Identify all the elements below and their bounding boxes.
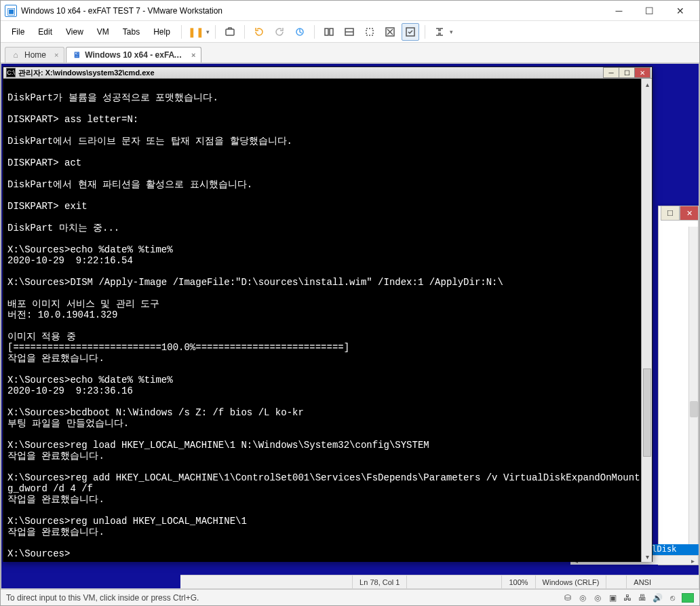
tab-vm[interactable]: 🖥 Windows 10 x64 - exFAT T... × (66, 47, 201, 62)
vmware-statusbar: To direct input to this VM, click inside… (1, 589, 699, 605)
scrollbar-thumb[interactable] (643, 368, 651, 457)
home-icon: ⌂ (11, 50, 20, 60)
menu-view[interactable]: View (60, 24, 89, 39)
unity-dropdown[interactable]: ▾ (450, 29, 453, 35)
pause-icon[interactable]: ❚❚ (187, 23, 205, 41)
notepad-statusbar: Ln 78, Col 1 100% Windows (CRLF) ANSI (180, 575, 699, 588)
snapshot-take-icon[interactable] (271, 23, 288, 41)
snapshot-manage-icon[interactable] (291, 23, 309, 41)
close-button[interactable]: ✕ (665, 1, 695, 20)
cmd-maximize-button[interactable]: ☐ (619, 67, 635, 78)
guest-display[interactable]: ☐ ✕ alDisk ////// ◂ ▸ Ln 78, Col 1 100% … (1, 63, 699, 589)
cmd-line: X:\Sources>reg load HKEY_LOCAL_MACHINE\1… (7, 440, 637, 451)
cmd-line: X:\Sources>bcdboot N:\Windows /s Z: /f b… (7, 407, 637, 418)
snapshot-icon[interactable] (221, 23, 239, 41)
usb-icon[interactable]: ⎋ (667, 592, 678, 603)
cmd-line: 작업을 완료했습니다. (7, 451, 637, 461)
view-console-icon[interactable] (341, 23, 358, 41)
cmd-line: X:\Sources> (7, 548, 637, 559)
svg-rect-3 (330, 29, 333, 35)
cmd-line: [==========================100.0%=======… (7, 342, 637, 353)
tab-label: Home (24, 50, 46, 60)
status-tray: ⛁ ◎ ◎ ▣ 🖧 🖶 🔊 ⎋ (562, 592, 694, 603)
notepad-selected-text: alDisk (645, 544, 699, 555)
status-position: Ln 78, Col 1 (352, 575, 406, 588)
cmd-line: X:\Sources>reg unload HKEY_LOCAL_MACHINE… (7, 516, 637, 527)
network-icon[interactable]: 🖧 (622, 592, 633, 603)
cmd-line (7, 320, 637, 331)
tab-label: Windows 10 x64 - exFAT T... (85, 50, 183, 60)
tab-close-icon[interactable]: × (191, 51, 195, 59)
vmware-app-icon: ▣ (5, 5, 17, 17)
stretch-icon[interactable] (381, 23, 399, 41)
cmd-line: DISKPART> exit (7, 201, 637, 212)
vm-running-icon[interactable] (682, 593, 694, 603)
cmd-output[interactable]: DiskPart가 볼륨을 성공적으로 포맷했습니다. DISKPART> as… (3, 79, 641, 562)
cmd-line (7, 233, 637, 244)
scroll-right-icon[interactable]: ▸ (687, 556, 698, 565)
cmd-minimize-button[interactable]: ─ (603, 67, 619, 78)
cmd-line (7, 537, 637, 548)
cmd-line: X:\Sources>echo %date% %time% (7, 375, 637, 385)
sound-icon[interactable]: 🔊 (652, 592, 663, 603)
separator (244, 25, 245, 39)
printer-icon[interactable]: 🖶 (637, 592, 648, 603)
cmd-line: 2020-10-29 9:22:16.54 (7, 255, 637, 266)
hdd-icon[interactable]: ⛁ (562, 592, 573, 603)
floppy-icon[interactable]: ▣ (607, 592, 618, 603)
cmd-line: 작업을 완료했습니다. (7, 353, 637, 364)
separator (314, 25, 315, 39)
notepad-maximize-button[interactable]: ☐ (661, 206, 680, 221)
cd2-icon[interactable]: ◎ (592, 592, 603, 603)
cmd-line: 작업을 완료했습니다. (7, 494, 637, 505)
unity-icon[interactable] (431, 23, 448, 41)
titlebar: ▣ Windows 10 x64 - exFAT TEST 7 - VMware… (1, 1, 699, 21)
menu-edit[interactable]: Edit (33, 24, 58, 39)
view-single-icon[interactable] (320, 23, 338, 41)
cmd-line (7, 396, 637, 407)
scrollbar-thumb[interactable] (690, 401, 698, 417)
cmd-titlebar[interactable]: C:\ 관리자: X:\windows\system32\cmd.exe ─ ☐… (3, 67, 652, 79)
scroll-down-icon[interactable]: ▾ (642, 551, 653, 562)
fullscreen-icon[interactable] (402, 23, 419, 41)
tab-home[interactable]: ⌂ Home × (5, 47, 64, 62)
minimize-button[interactable]: ─ (604, 1, 634, 20)
menu-file[interactable]: File (6, 24, 30, 39)
cmd-close-button[interactable]: ✕ (634, 67, 650, 78)
cmd-line: 이미지 적용 중 (7, 331, 637, 342)
cmd-line: DISKPART> ass letter=N: (7, 114, 637, 125)
cmd-line: 배포 이미지 서비스 및 관리 도구 (7, 299, 637, 309)
cmd-line (7, 364, 637, 375)
cmd-line (7, 212, 637, 223)
fit-guest-icon[interactable] (361, 23, 378, 41)
cmd-line: DiskPart가 볼륨을 성공적으로 포맷했습니다. (7, 92, 637, 103)
cmd-line: 2020-10-29 9:23:36.16 (7, 385, 637, 396)
scroll-up-icon[interactable]: ▴ (642, 79, 653, 90)
menu-tabs[interactable]: Tabs (117, 24, 145, 39)
revert-icon[interactable] (250, 23, 268, 41)
cmd-line (7, 125, 637, 136)
cmd-icon: C:\ (6, 68, 16, 77)
background-notepad-window: ☐ ✕ alDisk ////// ◂ ▸ (658, 206, 699, 565)
notepad-vertical-scrollbar[interactable] (688, 227, 698, 544)
menu-vm[interactable]: VM (92, 24, 115, 39)
cmd-line (7, 266, 637, 277)
notepad-close-button[interactable]: ✕ (680, 206, 699, 221)
cmd-line (7, 103, 637, 114)
cmd-vertical-scrollbar[interactable]: ▴ ▾ (641, 79, 652, 562)
cmd-line: g_dword /d 4 /f (7, 483, 637, 494)
pause-dropdown[interactable]: ▾ (206, 29, 210, 35)
cmd-line: DiskPart에서 드라이브 문자 또는 탑재 지점을 할당했습니다. (7, 136, 637, 147)
maximize-button[interactable]: ☐ (634, 1, 665, 20)
cd-icon[interactable]: ◎ (577, 592, 588, 603)
cmd-window: C:\ 관리자: X:\windows\system32\cmd.exe ─ ☐… (3, 67, 653, 562)
menu-help[interactable]: Help (148, 24, 176, 39)
cmd-line: 작업을 완료했습니다. (7, 527, 637, 537)
separator (181, 25, 182, 39)
separator (425, 25, 425, 39)
tab-close-icon[interactable]: × (54, 51, 58, 59)
vmware-window: ▣ Windows 10 x64 - exFAT TEST 7 - VMware… (0, 0, 700, 606)
svg-rect-0 (226, 29, 234, 35)
cmd-line (7, 429, 637, 440)
cmd-line: DiskPart에서 현재 파티션을 활성으로 표시했습니다. (7, 179, 637, 190)
